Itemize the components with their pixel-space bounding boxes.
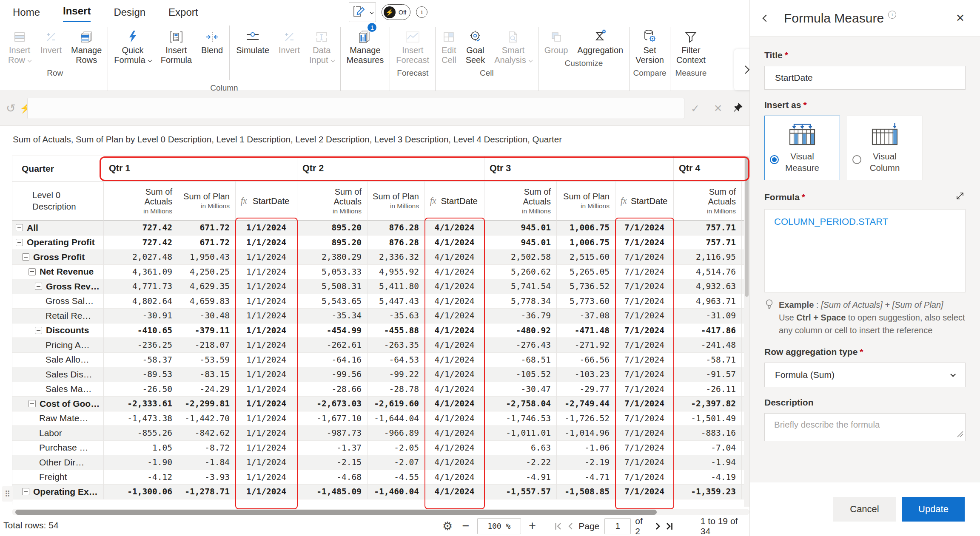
ribbon-button-manage-rows[interactable]: Manage Rows [66,25,106,65]
column-header-startdate-q2[interactable]: fxStartDate [425,182,484,221]
visual-column-radio[interactable] [852,155,861,164]
startdate-cell[interactable]: 1/1/2024 [236,367,297,382]
startdate-cell[interactable]: 7/1/2024 [615,426,674,441]
startdate-cell[interactable]: 7/1/2024 [615,221,674,235]
value-cell[interactable]: 671.72 [178,235,236,250]
startdate-cell[interactable]: 7/1/2024 [615,382,674,397]
quarter-header-qtr-2[interactable]: Qtr 2 [297,156,484,182]
edit-mode-button[interactable] [349,2,376,22]
row-header-cell[interactable]: Gross Sal… [12,294,104,309]
zoom-in-button[interactable]: + [528,519,537,533]
value-cell[interactable]: 5,260.62 [484,265,557,280]
value-cell[interactable]: -8.72 [178,441,236,456]
startdate-cell[interactable]: 7/1/2024 [615,235,674,250]
startdate-cell[interactable]: 1/1/2024 [236,221,297,235]
collapse-icon[interactable] [22,253,29,261]
row-header-cell[interactable]: Sales Dis… [12,367,104,382]
value-cell[interactable]: -987.73 [297,426,368,441]
update-button[interactable]: Update [902,497,965,522]
value-cell[interactable]: -64.16 [297,353,368,368]
collapse-icon[interactable] [28,268,36,275]
startdate-cell[interactable]: 1/1/2024 [236,485,297,499]
startdate-cell[interactable]: 1/1/2024 [236,382,297,397]
ribbon-button-goal-seek[interactable]: Goal Seek [461,25,490,65]
value-cell[interactable]: -28.78 [368,382,425,397]
value-cell[interactable]: -2.22 [484,455,557,470]
value-cell[interactable]: -53.59 [178,353,236,368]
value-cell[interactable]: 4,802.64 [104,294,178,309]
description-input[interactable] [764,413,966,441]
startdate-cell[interactable]: 1/1/2024 [236,426,297,441]
row-header-cell[interactable]: Other Dir… [12,455,104,470]
value-cell[interactable]: -1.84 [178,455,236,470]
value-cell[interactable]: -1,014.96 [557,426,615,441]
value-cell[interactable]: -4.71 [557,470,615,485]
value-cell[interactable]: -35.34 [297,309,368,323]
value-cell[interactable]: -30.47 [484,382,557,397]
row-header-cell[interactable]: Net Revenue [12,265,104,280]
value-cell[interactable]: 1,950.43 [178,250,236,265]
value-cell[interactable]: 727.42 [104,221,178,235]
ribbon-button-set-version[interactable]: Set Version [631,25,669,65]
first-page-icon[interactable] [555,522,562,530]
startdate-cell[interactable]: 1/1/2024 [236,411,297,426]
resize-handle-icon[interactable] [957,431,963,439]
tab-export[interactable]: Export [168,6,198,22]
startdate-cell[interactable]: 4/1/2024 [425,382,484,397]
value-cell[interactable]: -2,673.03 [297,397,368,411]
column-header-actuals-q3[interactable]: Sum of Actualsin Millions [484,182,557,221]
value-cell[interactable]: -30.91 [104,309,178,323]
expand-icon[interactable] [954,190,966,204]
startdate-cell[interactable]: 7/1/2024 [615,294,674,309]
row-header-cell[interactable]: Pricing A… [12,338,104,353]
value-cell[interactable]: -36.79 [484,309,557,323]
startdate-cell[interactable]: 7/1/2024 [615,470,674,485]
value-cell[interactable]: -1.37 [297,441,368,456]
value-cell[interactable]: -26.11 [674,382,742,397]
startdate-cell[interactable]: 1/1/2024 [236,265,297,280]
collapse-icon[interactable] [35,327,42,334]
panel-info-icon[interactable]: i [888,11,896,19]
row-header-cell[interactable]: Labor [12,426,104,441]
horizontal-scrollbar[interactable] [12,509,749,515]
startdate-cell[interactable]: 7/1/2024 [615,441,674,456]
cancel-button[interactable]: Cancel [833,497,896,522]
formula-input[interactable] [27,98,684,119]
visual-measure-option[interactable]: Visual Measure [764,116,840,180]
value-cell[interactable]: -35.63 [368,309,425,323]
startdate-cell[interactable]: 4/1/2024 [425,441,484,456]
value-cell[interactable]: -1,557.57 [484,485,557,499]
pin-icon[interactable] [732,102,744,115]
value-cell[interactable]: 5,053.33 [297,265,368,280]
startdate-cell[interactable]: 7/1/2024 [615,265,674,280]
value-cell[interactable]: 1,006.75 [557,235,615,250]
value-cell[interactable]: 5,741.54 [484,279,557,294]
value-cell[interactable]: 4,629.35 [178,279,236,294]
value-cell[interactable]: 895.20 [297,221,368,235]
ribbon-button-insert-formula[interactable]: Insert Formula [156,25,197,65]
value-cell[interactable]: -105.52 [484,367,557,382]
vertical-scrollbar[interactable] [744,156,749,507]
tab-design[interactable]: Design [114,6,145,22]
value-cell[interactable]: 757.71 [674,221,742,235]
value-cell[interactable]: -2,749.44 [557,397,615,411]
value-cell[interactable]: -4.12 [104,470,178,485]
startdate-cell[interactable]: 1/1/2024 [236,309,297,323]
ribbon-button-group[interactable]: Group [540,25,573,55]
tab-home[interactable]: Home [13,6,40,22]
row-header-cell[interactable]: Raw Mate… [12,411,104,426]
value-cell[interactable]: -99.22 [368,367,425,382]
back-icon[interactable] [763,14,770,22]
value-cell[interactable]: 2,380.29 [297,250,368,265]
value-cell[interactable]: -883.16 [674,426,742,441]
value-cell[interactable]: -2,619.60 [368,397,425,411]
value-cell[interactable]: -2.19 [557,455,615,470]
value-cell[interactable]: -91.57 [674,367,742,382]
startdate-cell[interactable]: 4/1/2024 [425,397,484,411]
value-cell[interactable]: 727.42 [104,235,178,250]
column-header-startdate-q3[interactable]: fxStartDate [615,182,674,221]
ribbon-button-insert-forecast[interactable]: Insert Forecast [391,25,434,65]
value-cell[interactable]: -276.43 [484,338,557,353]
value-cell[interactable]: 5,736.52 [557,279,615,294]
value-cell[interactable]: 4,771.73 [104,279,178,294]
